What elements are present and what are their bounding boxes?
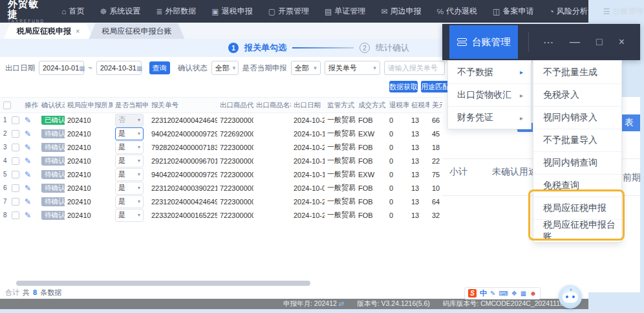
nav-label: 代办退税 — [446, 6, 477, 17]
nav-item-风险分析[interactable]: ◔风险分析 — [549, 6, 587, 17]
status-badge: 待确认 — [41, 170, 65, 179]
more-icon[interactable]: ⋯ — [543, 36, 553, 49]
nav-item-备案申请[interactable]: ◫备案申请 — [493, 6, 533, 17]
filing-icon: ◫ — [493, 7, 500, 16]
edit-icon[interactable]: ✎ — [25, 157, 31, 165]
submenu-item-视同内销录入[interactable]: 视同内销录入 — [533, 106, 621, 129]
col-header: 操作 — [22, 101, 39, 110]
logo-subtext: TAXREFUND — [8, 19, 45, 24]
menu-item-财务凭证[interactable]: 财务凭证▸ — [448, 106, 531, 129]
data-fetch-button[interactable]: 数据获取 — [389, 81, 418, 92]
ime-tool-icon[interactable]: ⌨ — [499, 290, 508, 297]
submenu-item-免税查询[interactable]: 免税查询 — [533, 174, 621, 197]
nav-item-周边申报[interactable]: ✉周边申报 — [381, 6, 421, 17]
current-period-row-select[interactable]: 是▾ — [115, 168, 144, 181]
calendar-icon[interactable]: ▦ — [79, 65, 85, 72]
tab-tax-declare[interactable]: 税局应征税申报× — [4, 23, 92, 39]
menu-item-不予数据[interactable]: 不予数据▸ — [448, 61, 531, 83]
current-period-row-select[interactable]: 是▾ — [115, 209, 144, 222]
col-header: 出口商品代码 — [217, 101, 253, 110]
decl-no-type-select[interactable]: 报关单号 ▾ — [325, 61, 380, 75]
select-all-checkbox[interactable] — [3, 102, 11, 109]
submenu-item-免税录入[interactable]: 免税录入 — [533, 83, 621, 106]
nav-item-外部数据[interactable]: ≣外部数据 — [156, 6, 196, 17]
close-icon[interactable]: × — [619, 36, 625, 48]
sogou-logo-icon[interactable]: S — [468, 289, 477, 297]
row-checkbox[interactable] — [12, 157, 19, 165]
horizontal-scrollbar[interactable] — [16, 281, 310, 286]
submenu-item-不予批量导入[interactable]: 不予批量导入 — [533, 129, 621, 151]
edit-icon[interactable]: ✎ — [25, 211, 31, 219]
edit-icon[interactable]: ✎ — [25, 171, 31, 178]
nav-item-退税申报[interactable]: ▣退税申报 — [211, 6, 252, 17]
row-checkbox[interactable] — [12, 144, 19, 151]
nav-item-开票管理[interactable]: ▢开票管理 — [268, 6, 309, 17]
minimize-icon[interactable]: — — [570, 36, 580, 48]
nav-item-单证管理[interactable]: ▤单证管理 — [325, 6, 365, 17]
nav-item-台账管理[interactable]: ☰台账管理 — [603, 6, 644, 17]
row-checkbox[interactable] — [12, 116, 19, 124]
ime-tool-icon[interactable]: ❖ — [511, 290, 517, 297]
submenu-item-税局应征税申报[interactable]: 税局应征税申报 — [533, 197, 621, 219]
nav-item-系统设置[interactable]: ☸系统设置 — [100, 6, 141, 17]
current-period-row-select[interactable]: 否▾ — [115, 114, 144, 127]
date-from-input[interactable]: 2024-10-01 ▦ — [39, 61, 84, 75]
col-header: 是否当期申报 — [113, 101, 149, 110]
col-header: 出口商品名称 — [253, 101, 291, 110]
row-checkbox[interactable] — [12, 198, 19, 206]
ime-tool-icon[interactable]: ☻ — [530, 290, 537, 297]
fragment-subtotal-label: 小计 — [449, 166, 467, 178]
ime-tool-icon[interactable]: ✎ — [490, 290, 495, 297]
edit-icon[interactable]: ✎ — [25, 116, 31, 124]
tab-close-icon[interactable]: × — [76, 27, 80, 35]
current-period-row-select[interactable]: 是▾ — [115, 195, 144, 208]
step1-circle: 1 — [228, 43, 239, 53]
decl-no-input[interactable]: 请输入报关单号 — [384, 61, 445, 75]
status-bar: 申报年月: 202412 ⇄ 版本号: V3.24.1216(5.6) 码库版本… — [0, 299, 588, 309]
status-badge: 已确认 — [41, 116, 65, 125]
row-checkbox[interactable] — [12, 130, 19, 138]
status-badge: 待确认 — [41, 129, 65, 138]
row-checkbox[interactable] — [12, 184, 19, 192]
ime-language-toggle[interactable]: 中 — [480, 288, 487, 298]
current-period-select[interactable]: 全部 ▾ — [291, 61, 321, 75]
tab-tax-ledger[interactable]: 税局应征税申报台账 — [89, 23, 184, 39]
ledger-management-button[interactable]: 台账管理 — [449, 25, 518, 59]
agency-refund-icon: ℅ — [436, 7, 444, 16]
chevron-down-icon: ▾ — [373, 65, 376, 71]
row-checkbox[interactable] — [12, 211, 19, 219]
date-tilde: ~ — [88, 64, 92, 72]
current-period-row-select[interactable]: 是▾ — [115, 182, 144, 195]
maximize-icon[interactable]: □ — [596, 36, 603, 48]
ledger-menu-level2: 不予批量生成免税录入视同内销录入不予批量导入视同内销查询免税查询税局应征税申报税… — [533, 60, 622, 243]
desktop: 外贸敏捷 TAXREFUND ⌂首页☸系统设置≣外部数据▣退税申报▢开票管理▤单… — [0, 0, 644, 313]
overlay-window-controls: ⋯ — □ × — [543, 36, 625, 49]
query-button[interactable]: 查询 — [149, 61, 170, 74]
confirm-status-select[interactable]: 全部 ▾ — [211, 61, 239, 75]
edit-icon[interactable]: ✎ — [25, 130, 31, 138]
external-data-icon: ≣ — [156, 7, 162, 16]
declare-period: 申报年月: 202412 ⇄ — [283, 299, 344, 308]
submenu-item-税局应征税申报台账[interactable]: 税局应征税申报台账 — [533, 219, 621, 242]
current-period-row-select[interactable]: 是▾ — [115, 155, 144, 167]
nav-item-代办退税[interactable]: ℅代办退税 — [436, 6, 477, 17]
current-period-row-select[interactable]: 是▾ — [115, 141, 144, 154]
date-to-input[interactable]: 2024-10-31 ▦ — [96, 61, 142, 75]
swap-icon[interactable]: ⇄ — [339, 300, 344, 307]
nav-item-首页[interactable]: ⌂首页 — [61, 6, 84, 17]
ime-tool-icon[interactable]: ▦ — [521, 290, 526, 297]
version-info: 版本号: V3.24.1216(5.6) — [357, 299, 430, 308]
edit-icon[interactable]: ✎ — [25, 198, 31, 206]
assistant-robot-avatar[interactable] — [559, 285, 582, 308]
submenu-item-不予批量生成[interactable]: 不予批量生成 — [533, 61, 621, 83]
edit-icon[interactable]: ✎ — [25, 184, 31, 192]
calendar-icon[interactable]: ▦ — [136, 65, 142, 72]
menu-item-出口货物收汇[interactable]: 出口货物收汇▸ — [448, 83, 531, 106]
current-period-row-select[interactable]: 是▾ — [115, 127, 144, 140]
submenu-item-视同内销查询[interactable]: 视同内销查询 — [533, 151, 621, 174]
row-checkbox[interactable] — [12, 171, 19, 178]
nav-label: 备案申请 — [502, 6, 533, 17]
total-label: 合计 — [5, 288, 19, 297]
home-icon: ⌂ — [61, 7, 66, 16]
edit-icon[interactable]: ✎ — [25, 144, 31, 151]
